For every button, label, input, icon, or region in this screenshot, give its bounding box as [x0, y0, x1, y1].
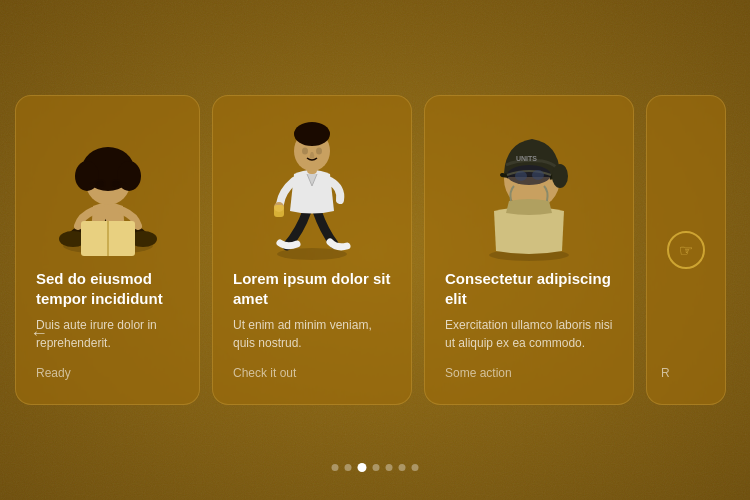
dot-2[interactable] [345, 464, 352, 471]
svg-rect-20 [274, 205, 284, 217]
card-1-illustration: ★ [36, 116, 179, 261]
svg-point-25 [316, 148, 322, 155]
card-4: ☞ R [646, 95, 726, 405]
svg-line-17 [121, 183, 126, 184]
back-arrow[interactable]: ← [30, 323, 48, 344]
card-1-action[interactable]: Ready [36, 366, 179, 380]
card-4-action[interactable]: R [661, 366, 670, 380]
svg-point-32 [515, 171, 527, 181]
card-1-title: Sed do eiusmod tempor incididunt [36, 269, 179, 308]
card-3-body: Exercitation ullamco laboris nisi ut ali… [445, 316, 613, 352]
carousel: ★ [0, 80, 750, 420]
cursor-circle[interactable]: ☞ [667, 231, 705, 269]
card-3: UNITS Consectetur adipiscing elit Exerci… [424, 95, 634, 405]
svg-point-24 [302, 148, 308, 155]
card-3-title: Consectetur adipiscing elit [445, 269, 613, 308]
card-1-body: Duis aute irure dolor in reprehenderit. [36, 316, 179, 352]
svg-point-30 [507, 165, 551, 185]
card-4-content: R [661, 366, 670, 380]
dot-7[interactable] [412, 464, 419, 471]
card-3-illustration: UNITS [445, 116, 613, 261]
svg-line-16 [90, 183, 95, 184]
dot-1[interactable] [332, 464, 339, 471]
card-3-content: Consectetur adipiscing elit Exercitation… [445, 269, 613, 380]
dot-6[interactable] [399, 464, 406, 471]
card-3-action[interactable]: Some action [445, 366, 613, 380]
svg-text:UNITS: UNITS [516, 155, 537, 162]
svg-point-33 [532, 170, 544, 180]
svg-point-23 [294, 122, 330, 146]
dot-3-active[interactable] [358, 463, 367, 472]
card-2-illustration [233, 116, 391, 261]
dot-5[interactable] [386, 464, 393, 471]
dot-4[interactable] [373, 464, 380, 471]
card-2-body: Ut enim ad minim veniam, quis nostrud. [233, 316, 391, 352]
svg-point-29 [552, 164, 568, 188]
card-1: ★ [15, 95, 200, 405]
card-2: Lorem ipsum dolor sit amet Ut enim ad mi… [212, 95, 412, 405]
card-1-content: Sed do eiusmod tempor incididunt Duis au… [36, 269, 179, 380]
cursor-icon: ☞ [679, 241, 693, 260]
pagination-dots [332, 463, 419, 472]
card-2-action[interactable]: Check it out [233, 366, 391, 380]
card-2-content: Lorem ipsum dolor sit amet Ut enim ad mi… [233, 269, 391, 380]
card-2-title: Lorem ipsum dolor sit amet [233, 269, 391, 308]
